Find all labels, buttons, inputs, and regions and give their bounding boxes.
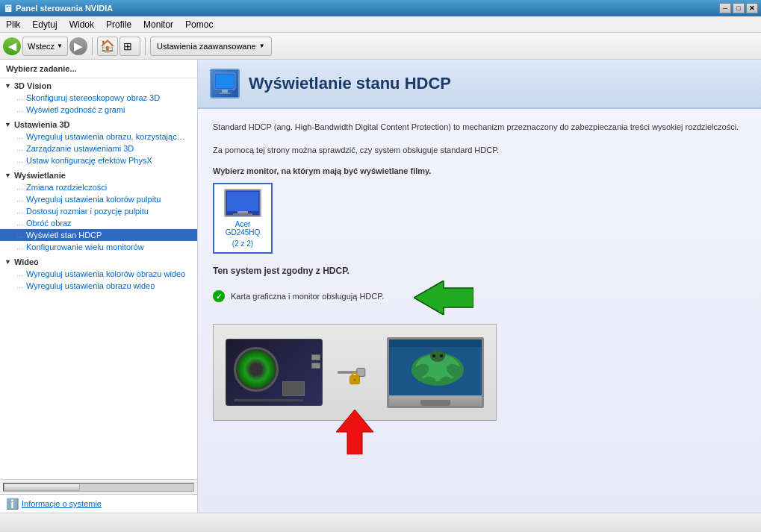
tree-item-games[interactable]: … Wyświetl zgodność z grami <box>0 104 197 116</box>
svg-point-22 <box>440 354 443 357</box>
expand-icon-video: ▼ <box>4 258 11 266</box>
green-arrow-icon <box>414 281 473 315</box>
menu-plik[interactable]: Plik <box>0 18 26 31</box>
menu-monitor[interactable]: Monitor <box>137 18 179 31</box>
separator-2 <box>145 37 146 55</box>
title-bar-controls: ─ □ ✕ <box>719 3 758 13</box>
home-icon: 🏠 <box>100 39 115 53</box>
content-area: Wyświetlanie stanu HDCP Standard HDCP (a… <box>198 60 761 513</box>
description-1: Standard HDCP (ang. High-Bandwidth Digit… <box>213 121 746 134</box>
content-body: Standard HDCP (ang. High-Bandwidth Digit… <box>198 109 761 433</box>
monitor-name: Acer GD245HQ <box>219 220 267 237</box>
expand-icon-settings3d: ▼ <box>4 121 11 128</box>
sidebar: Wybierz zadanie... ▼ 3D Vision … Skonfig… <box>0 60 198 513</box>
group-label-display: Wyświetlanie <box>14 171 66 180</box>
back-button[interactable]: ◀ <box>3 37 21 55</box>
group-label-settings3d: Ustawienia 3D <box>14 120 70 129</box>
minimize-button[interactable]: ─ <box>719 3 731 13</box>
red-arrow-container <box>336 410 373 457</box>
bullet-img: … <box>16 133 23 140</box>
app-icon: 🖥 <box>3 3 13 14</box>
bullet-res: … <box>16 184 23 191</box>
monitor-showcase <box>387 337 484 408</box>
showcase-wrapper <box>213 324 497 421</box>
tree-group-video[interactable]: ▼ Wideo <box>0 256 197 268</box>
group-label-video: Wideo <box>14 257 39 266</box>
svg-point-12 <box>353 378 356 381</box>
gpu-card <box>226 339 323 406</box>
bullet-physx: … <box>16 157 23 164</box>
monitor-selector: Acer GD245HQ (2 z 2) <box>213 183 746 254</box>
back-label-button[interactable]: Wstecz ▼ <box>22 37 68 56</box>
svg-marker-24 <box>336 410 373 454</box>
separator-1 <box>92 37 93 55</box>
bullet-hdcp: … <box>16 231 23 239</box>
svg-point-21 <box>432 354 435 357</box>
hdcp-showcase <box>213 324 497 421</box>
tree-group-3dvision[interactable]: ▼ 3D Vision <box>0 80 197 92</box>
advanced-dropdown-arrow: ▼ <box>259 43 265 49</box>
red-arrow-svg <box>336 410 373 454</box>
close-button[interactable]: ✕ <box>746 3 758 13</box>
tree-item-rotate[interactable]: … Obróć obraz <box>0 217 197 229</box>
hdmi-cable-svg <box>338 357 372 387</box>
menu-pomoc[interactable]: Pomoc <box>179 18 219 31</box>
monitor-sublabel: (2 z 2) <box>232 240 253 248</box>
bullet-multimon: … <box>16 243 23 251</box>
tree-section-3dvision: ▼ 3D Vision … Skonfiguruj stereoskopowy … <box>0 78 197 117</box>
content-title: Wyświetlanie stanu HDCP <box>249 74 451 93</box>
tree-item-physx[interactable]: … Ustaw konfigurację efektów PhysX <box>0 154 197 166</box>
underwater-scene <box>389 339 484 395</box>
tree-item-video-image[interactable]: … Wyreguluj ustawienia obrazu wideo <box>0 280 197 292</box>
status-bar <box>0 513 761 532</box>
monitor-showcase-display <box>387 337 484 408</box>
monitor-bezel <box>389 395 482 408</box>
scrollbar-track[interactable] <box>3 483 194 492</box>
gpu-connectors <box>311 354 320 369</box>
check-icon: ✓ <box>213 290 225 302</box>
svg-rect-23 <box>389 339 484 347</box>
svg-rect-1 <box>216 75 234 88</box>
connector-2 <box>311 363 320 369</box>
tree-item-multimon[interactable]: … Konfigurowanie wielu monitorów <box>0 241 197 253</box>
bullet-rotate: … <box>16 219 23 227</box>
advanced-settings-button[interactable]: Ustawienia zaawansowane ▼ <box>150 37 272 56</box>
tree-item-hdcp[interactable]: … Wyświetl stan HDCP <box>0 229 197 241</box>
tree-item-video-colors[interactable]: … Wyreguluj ustawienia kolorów obrazu wi… <box>0 268 197 280</box>
scrollbar-thumb[interactable] <box>4 484 80 491</box>
grid-button[interactable]: ⊞ <box>119 37 140 56</box>
menu-profile[interactable]: Profile <box>100 18 137 31</box>
monitor-svg-icon <box>213 72 237 96</box>
tree-item-stereo[interactable]: … Skonfiguruj stereoskopowy obraz 3D <box>0 92 197 104</box>
forward-button[interactable]: ▶ <box>69 37 87 55</box>
monitor-section-label: Wybierz monitor, na którym mają być wyśw… <box>213 166 746 175</box>
sidebar-scrollbar[interactable] <box>0 479 197 494</box>
tree-group-display[interactable]: ▼ Wyświetlanie <box>0 169 197 181</box>
tree-group-settings3d[interactable]: ▼ Ustawienia 3D <box>0 119 197 131</box>
svg-rect-3 <box>219 93 231 94</box>
monitor-item-acer[interactable]: Acer GD245HQ (2 z 2) <box>213 183 273 254</box>
title-bar-text: Panel sterowania NVIDIA <box>16 4 113 13</box>
expand-icon-display: ▼ <box>4 172 11 179</box>
tree-item-manage3d[interactable]: … Zarządzanie ustawieniami 3D <box>0 143 197 154</box>
tree-item-size-pos[interactable]: … Dostosuj rozmiar i pozycję pulpitu <box>0 205 197 217</box>
tree-section-settings3d: ▼ Ustawienia 3D … Wyreguluj ustawienia o… <box>0 117 197 168</box>
content-header: Wyświetlanie stanu HDCP <box>198 60 761 109</box>
tree-section-video: ▼ Wideo … Wyreguluj ustawienia kolorów o… <box>0 254 197 293</box>
system-info-link[interactable]: Informacje o systemie <box>22 499 102 508</box>
maximize-button[interactable]: □ <box>733 3 745 13</box>
content-header-icon <box>210 69 240 98</box>
grid-icon: ⊞ <box>123 40 132 52</box>
bullet-stereo: … <box>16 94 23 101</box>
tree-item-image-settings[interactable]: … Wyreguluj ustawienia obrazu, korzystaj… <box>0 131 197 143</box>
menu-edytuj[interactable]: Edytuj <box>26 18 63 31</box>
bullet-vimg: … <box>16 282 23 290</box>
title-bar: 🖥 Panel sterowania NVIDIA ─ □ ✕ <box>0 0 761 16</box>
menu-widok[interactable]: Widok <box>63 18 100 31</box>
svg-rect-5 <box>227 192 258 211</box>
tree-item-colors[interactable]: … Wyreguluj ustawienia kolorów pulpitu <box>0 193 197 205</box>
status-item-text: Karta graficzna i monitor obsługują HDCP… <box>231 292 384 301</box>
tree-item-resolution[interactable]: … Zmiana rozdzielczości <box>0 181 197 193</box>
sidebar-footer: ℹ️ Informacje o systemie <box>0 494 197 513</box>
home-button[interactable]: 🏠 <box>97 37 118 56</box>
